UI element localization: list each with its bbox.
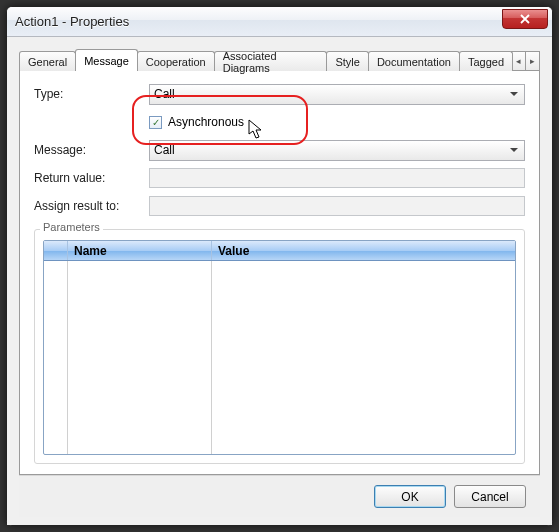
asynchronous-label: Asynchronous: [168, 115, 244, 129]
tab-documentation[interactable]: Documentation: [368, 51, 460, 71]
tab-scroll-left[interactable]: ◂: [511, 51, 526, 71]
column-value[interactable]: Value: [212, 241, 515, 260]
parameters-body: [44, 261, 515, 454]
dialog-footer: OK Cancel: [19, 475, 540, 517]
asynchronous-checkbox-row[interactable]: ✓ Asynchronous: [149, 115, 244, 129]
row-header-gutter: [44, 241, 68, 260]
type-value: Call: [154, 87, 175, 101]
assign-result-label: Assign result to:: [34, 199, 149, 213]
tab-associated-diagrams[interactable]: Associated Diagrams: [214, 51, 328, 71]
check-icon: ✓: [152, 117, 160, 128]
type-combo[interactable]: Call: [149, 84, 525, 105]
tab-panel-message: Type: Call ✓ Asynchronous Message: Call: [19, 70, 540, 475]
type-label: Type:: [34, 87, 149, 101]
properties-dialog: Action1 - Properties General Message Coo…: [6, 6, 553, 526]
message-label: Message:: [34, 143, 149, 157]
parameters-group-label: Parameters: [40, 221, 103, 233]
tab-message[interactable]: Message: [75, 49, 138, 71]
return-value-label: Return value:: [34, 171, 149, 185]
tab-cooperation[interactable]: Cooperation: [137, 51, 215, 71]
tab-style[interactable]: Style: [326, 51, 368, 71]
column-name[interactable]: Name: [68, 241, 212, 260]
close-icon: [520, 14, 530, 24]
tab-tagged[interactable]: Tagged: [459, 51, 513, 71]
parameters-group: Parameters Name Value: [34, 229, 525, 464]
asynchronous-checkbox[interactable]: ✓: [149, 116, 162, 129]
client-area: General Message Cooperation Associated D…: [7, 37, 552, 525]
tab-scroll: ◂ ▸: [512, 51, 540, 71]
message-value: Call: [154, 143, 175, 157]
parameters-header: Name Value: [44, 241, 515, 261]
close-button[interactable]: [502, 9, 548, 29]
window-title: Action1 - Properties: [15, 14, 502, 29]
tab-general[interactable]: General: [19, 51, 76, 71]
tab-scroll-right[interactable]: ▸: [525, 51, 540, 71]
cancel-button[interactable]: Cancel: [454, 485, 526, 508]
return-value-field[interactable]: [149, 168, 525, 188]
tab-strip: General Message Cooperation Associated D…: [19, 49, 540, 71]
titlebar[interactable]: Action1 - Properties: [7, 7, 552, 37]
message-combo[interactable]: Call: [149, 140, 525, 161]
parameters-table[interactable]: Name Value: [43, 240, 516, 455]
ok-button[interactable]: OK: [374, 485, 446, 508]
assign-result-field[interactable]: [149, 196, 525, 216]
